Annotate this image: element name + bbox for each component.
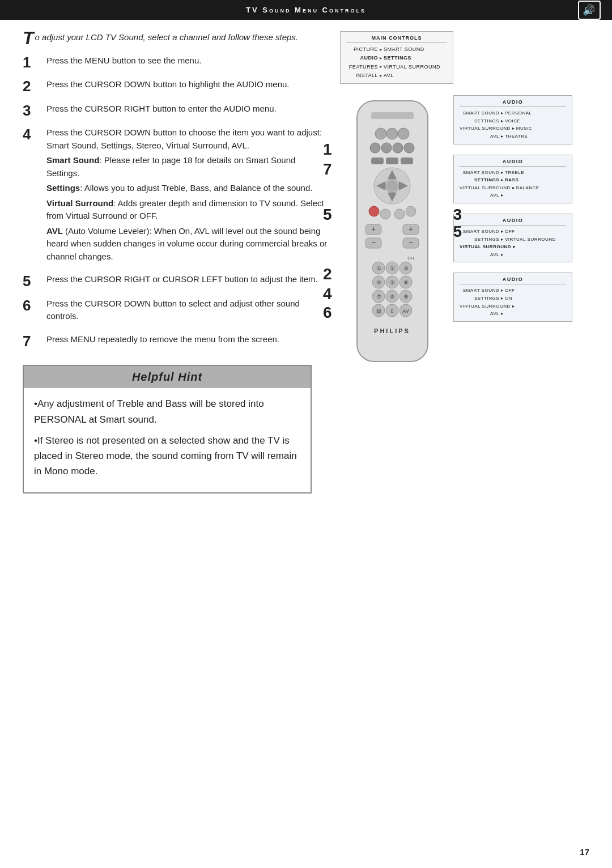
remote-and-menus: 1 7 5 3 5 2 4 6 — [340, 95, 595, 375]
svg-point-22 — [406, 206, 416, 216]
menu-row-picture: PICTURE ▸ SMART SOUND — [346, 45, 447, 54]
helpful-hint-box: Helpful Hint •Any adjustment of Treble a… — [23, 365, 312, 493]
svg-text:⑦: ⑦ — [376, 293, 381, 300]
audio3-row-avl: AVL ▸ — [460, 251, 566, 259]
menu-row-install: INSTALL ▸ AVL — [346, 71, 447, 80]
svg-point-3 — [386, 128, 398, 139]
menu-value-picture: SMART SOUND — [384, 45, 424, 54]
audio-box-3-title: AUDIO — [460, 218, 566, 225]
svg-text:+: + — [371, 224, 376, 233]
step-4: 4 Press the CURSOR DOWN button to choose… — [23, 126, 329, 265]
remote-lbl-7: 7 — [323, 160, 332, 178]
svg-rect-11 — [401, 158, 413, 164]
audio-box-4: AUDIO SMART SOUND ▸ OFF SETTINGS ▸ ON — [453, 273, 572, 321]
hint-content: •Any adjustment of Treble and Bass will … — [24, 388, 311, 492]
svg-text:−: − — [371, 238, 376, 247]
step-5-number: 5 — [23, 273, 41, 290]
svg-point-19 — [369, 206, 379, 216]
step-4-number: 4 — [23, 126, 41, 143]
svg-text:+: + — [409, 224, 413, 233]
page-number: 17 — [580, 847, 589, 857]
menu-row-features: FEATURES ▸ VIRTUAL SURROUND — [346, 63, 447, 71]
menu-label-install: INSTALL — [346, 71, 378, 80]
menu-arrow-picture: ▸ — [380, 46, 382, 54]
step-7-number: 7 — [23, 333, 41, 350]
hint-point-2: •If Stereo is not presented on a selecte… — [34, 433, 300, 479]
step-2: 2 Press the CURSOR DOWN button to highli… — [23, 78, 329, 95]
step-7: 7 Press MENU repeatedly to remove the me… — [23, 333, 329, 350]
svg-point-8 — [404, 143, 414, 153]
hint-title: Helpful Hint — [24, 366, 311, 388]
step-1-text: Press the MENU button to see the menu. — [46, 54, 329, 70]
hint-point-1: •Any adjustment of Treble and Bass will … — [34, 396, 300, 427]
audio4-row-smartsound: SMART SOUND ▸ OFF — [460, 287, 566, 295]
step-2-text: Press the CURSOR DOWN button to highligh… — [46, 78, 329, 93]
audio-box-1: AUDIO SMART SOUND ▸ PERSONAL SETTINGS ▸ … — [453, 95, 572, 144]
audio4-row-avl: AVL ▸ — [460, 310, 566, 318]
svg-text:CH: CH — [407, 256, 414, 261]
remote-lbl-4: 4 — [323, 285, 332, 303]
remote-lbl-1: 1 — [323, 141, 332, 159]
svg-rect-10 — [386, 158, 398, 164]
audio-box-2: AUDIO SMART SOUND ▸ TREBLE SETTINGS ▸ BA… — [453, 155, 572, 203]
menu-label-audio: AUDIO — [346, 54, 378, 62]
svg-point-21 — [394, 209, 405, 219]
step-3-text: Press the CURSOR RIGHT button to enter t… — [46, 103, 329, 118]
menu-value-vsurround: VIRTUAL SURROUND — [384, 63, 440, 71]
audio3-row-settings: SETTINGS ▸ VIRTUAL SURROUND — [460, 236, 566, 244]
step-2-number: 2 — [23, 78, 41, 95]
svg-text:PHILIPS: PHILIPS — [374, 327, 410, 334]
menu-value-settings: SETTINGS — [384, 54, 411, 62]
step-6-text: Press the CURSOR DOWN button to select a… — [46, 297, 329, 325]
header-title: TV Sound Menu Controls — [246, 6, 366, 14]
svg-point-5 — [370, 143, 380, 153]
audio4-row-vsurround: VIRTUAL SURROUND ▸ — [460, 303, 566, 310]
audio2-row-avl: AVL ▸ — [460, 192, 566, 199]
audio2-row-smartsound: SMART SOUND ▸ TREBLE — [460, 169, 566, 177]
left-column: T o adjust your LCD TV Sound, select a c… — [23, 31, 340, 493]
svg-point-6 — [381, 143, 392, 153]
settings-label: Settings — [46, 183, 80, 193]
menu-label-features: FEATURES — [346, 63, 378, 71]
svg-text:③: ③ — [403, 265, 409, 271]
svg-point-2 — [375, 128, 386, 139]
remote-wrapper: 1 7 5 3 5 2 4 6 — [340, 95, 445, 375]
audio2-row-vsurround: VIRTUAL SURROUND ▸ BALANCE — [460, 184, 566, 192]
svg-text:②: ② — [390, 265, 395, 271]
step-6-number: 6 — [23, 297, 41, 314]
step-4-text: Press the CURSOR DOWN button to choose t… — [46, 126, 329, 265]
intro-body: o adjust your LCD TV Sound, select a cha… — [35, 32, 298, 42]
menu-arrow-features: ▸ — [380, 63, 382, 71]
audio2-row-settings: SETTINGS ▸ BASS — [460, 176, 566, 184]
speaker-icon-box: 🔊 — [578, 1, 601, 20]
svg-point-18 — [386, 180, 398, 192]
remote-lbl-3: 3 — [453, 206, 462, 224]
audio1-row-smartsound: SMART SOUND ▸ PERSONAL — [460, 109, 566, 117]
svg-point-4 — [398, 128, 409, 139]
avl-desc: (Auto Volume Leveler): When On, AVL will… — [46, 226, 327, 261]
page: TV Sound Menu Controls 🔊 T o adjust your… — [0, 0, 612, 868]
step-5-text: Press the CURSOR RIGHT or CURSOR LEFT bu… — [46, 273, 329, 288]
menu-arrow-audio: ▸ — [380, 54, 382, 62]
svg-text:④: ④ — [376, 279, 381, 286]
avl-label: AVL — [46, 226, 63, 236]
main-content: T o adjust your LCD TV Sound, select a c… — [0, 20, 612, 505]
virtual-surround-label: Virtual Surround — [46, 198, 113, 208]
svg-text:①: ① — [376, 265, 381, 271]
svg-point-7 — [393, 143, 403, 153]
svg-text:▤: ▤ — [376, 308, 381, 314]
intro-text: T o adjust your LCD TV Sound, select a c… — [23, 31, 329, 44]
audio3-row-vsurround: VIRTUAL SURROUND ▸ — [460, 243, 566, 251]
main-controls-title: MAIN CONTROLS — [346, 35, 447, 43]
svg-point-20 — [380, 209, 390, 219]
audio1-row-settings: SETTINGS ▸ VOICE — [460, 117, 566, 125]
settings-desc: : Allows you to adjust Treble, Bass, and… — [80, 183, 312, 193]
step-5: 5 Press the CURSOR RIGHT or CURSOR LEFT … — [23, 273, 329, 290]
step-3: 3 Press the CURSOR RIGHT button to enter… — [23, 103, 329, 119]
step-3-number: 3 — [23, 103, 41, 119]
svg-rect-1 — [371, 112, 414, 119]
svg-text:0: 0 — [390, 308, 393, 314]
svg-text:⑨: ⑨ — [403, 293, 409, 300]
remote-lbl-2: 2 — [323, 265, 332, 283]
svg-text:⑤: ⑤ — [390, 279, 395, 286]
